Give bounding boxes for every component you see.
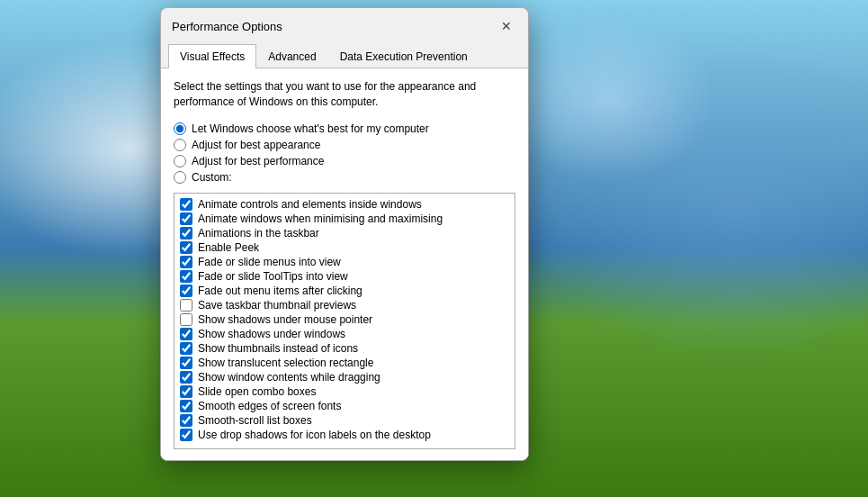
radio-group: Let Windows choose what's best for my co… [174,122,515,184]
list-item-label: Slide open combo boxes [198,385,316,398]
list-item-label: Show translucent selection rectangle [198,357,373,369]
list-item-label: Save taskbar thumbnail previews [198,299,356,312]
visual-effects-list[interactable]: Animate controls and elements inside win… [174,193,515,449]
performance-options-dialog: Performance Options ✕ Visual Effects Adv… [160,7,529,461]
list-item[interactable]: Animate controls and elements inside win… [180,197,509,212]
list-item[interactable]: Enable Peek [180,240,509,255]
list-item-label: Animate controls and elements inside win… [198,198,422,211]
list-item-label: Animations in the taskbar [198,227,319,239]
list-item-label: Show thumbnails instead of icons [198,342,358,355]
list-item[interactable]: Show window contents while dragging [180,370,509,384]
list-item[interactable]: Fade out menu items after clicking [180,284,509,298]
list-item-label: Show window contents while dragging [198,371,380,384]
list-item[interactable]: Save taskbar thumbnail previews [180,298,509,312]
list-item-label: Fade out menu items after clicking [198,285,362,297]
list-item[interactable]: Use drop shadows for icon labels on the … [180,428,509,442]
tab-advanced[interactable]: Advanced [256,44,327,68]
tab-bar: Visual Effects Advanced Data Execution P… [161,44,528,68]
radio-custom-label: Custom: [192,171,232,184]
list-item[interactable]: Animate windows when minimising and maxi… [180,212,509,226]
list-item[interactable]: Smooth-scroll list boxes [180,413,509,428]
title-bar: Performance Options ✕ [161,8,528,44]
radio-best-performance[interactable]: Adjust for best performance [174,155,515,167]
radio-best-performance-label: Adjust for best performance [192,155,324,167]
list-item-label: Smooth-scroll list boxes [198,414,312,427]
list-item-label: Use drop shadows for icon labels on the … [198,429,431,441]
list-item[interactable]: Slide open combo boxes [180,384,509,399]
list-item[interactable]: Show thumbnails instead of icons [180,341,509,356]
dialog-title: Performance Options [172,20,282,33]
list-item[interactable]: Show translucent selection rectangle [180,356,509,370]
list-item[interactable]: Show shadows under windows [180,327,509,341]
list-item[interactable]: Show shadows under mouse pointer [180,312,509,327]
radio-custom[interactable]: Custom: [174,171,515,184]
list-item-label: Fade or slide menus into view [198,256,341,268]
list-item[interactable]: Animations in the taskbar [180,226,509,240]
radio-best-appearance-label: Adjust for best appearance [192,139,320,151]
radio-windows-choose-label: Let Windows choose what's best for my co… [192,122,429,135]
radio-windows-choose[interactable]: Let Windows choose what's best for my co… [174,122,515,135]
list-item-label: Animate windows when minimising and maxi… [198,212,443,225]
list-item-label: Fade or slide ToolTips into view [198,270,348,283]
list-item[interactable]: Fade or slide menus into view [180,255,509,269]
description-text: Select the settings that you want to use… [174,79,515,110]
tab-dep[interactable]: Data Execution Prevention [328,44,479,68]
list-item[interactable]: Fade or slide ToolTips into view [180,269,509,284]
list-item-label: Show shadows under mouse pointer [198,313,372,326]
close-button[interactable]: ✕ [496,15,517,37]
list-item-label: Smooth edges of screen fonts [198,400,341,412]
list-item-label: Show shadows under windows [198,328,345,340]
list-item[interactable]: Smooth edges of screen fonts [180,399,509,413]
tab-visual-effects[interactable]: Visual Effects [168,44,256,68]
radio-best-appearance[interactable]: Adjust for best appearance [174,139,515,151]
list-item-label: Enable Peek [198,241,259,254]
dialog-content: Select the settings that you want to use… [161,68,528,460]
